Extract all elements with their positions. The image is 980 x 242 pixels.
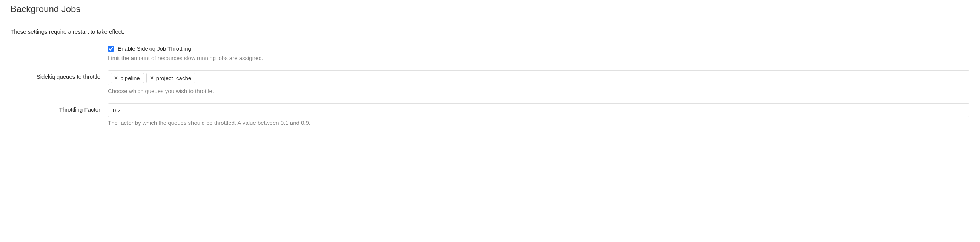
factor-row: Throttling Factor The factor by which th… (11, 103, 969, 126)
queues-label: Sidekiq queues to throttle (11, 71, 108, 80)
enable-throttling-checkbox[interactable] (108, 46, 114, 52)
queues-helper: Choose which queues you wish to throttle… (108, 88, 969, 94)
tag-label: project_cache (156, 75, 191, 81)
queues-row: Sidekiq queues to throttle ✕ pipeline ✕ … (11, 71, 969, 94)
tag-pipeline[interactable]: ✕ pipeline (111, 73, 144, 83)
enable-throttling-helper: Limit the amount of resources slow runni… (108, 55, 969, 61)
section-intro: These settings require a restart to take… (11, 28, 969, 35)
empty-label (11, 45, 108, 48)
close-icon[interactable]: ✕ (114, 75, 118, 80)
factor-helper: The factor by which the queues should be… (108, 120, 969, 126)
close-icon[interactable]: ✕ (150, 75, 154, 80)
queues-tag-input[interactable]: ✕ pipeline ✕ project_cache (108, 71, 969, 85)
tag-label: pipeline (120, 75, 140, 81)
enable-throttling-row: Enable Sidekiq Job Throttling Limit the … (11, 45, 969, 61)
enable-throttling-label: Enable Sidekiq Job Throttling (118, 45, 191, 52)
factor-label: Throttling Factor (11, 103, 108, 113)
section-title: Background Jobs (11, 4, 969, 19)
tag-project-cache[interactable]: ✕ project_cache (146, 73, 196, 83)
queues-text-input[interactable] (198, 73, 967, 83)
factor-input[interactable] (108, 103, 969, 117)
